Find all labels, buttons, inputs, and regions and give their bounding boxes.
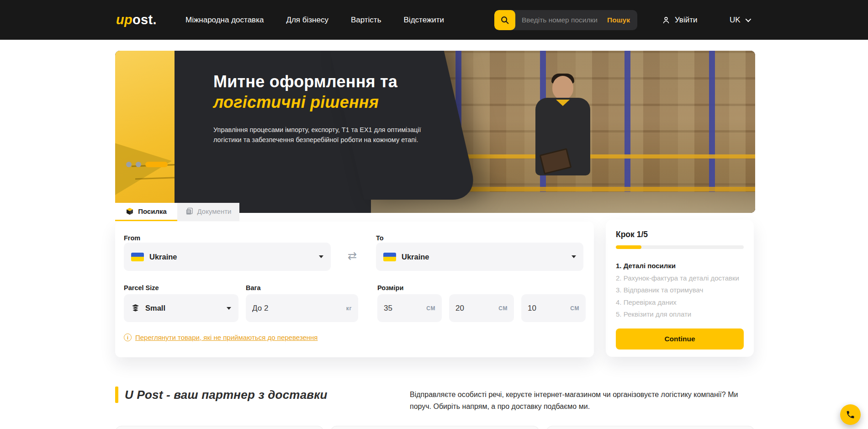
dimension-unit: СМ — [570, 305, 579, 312]
caret-down-icon — [572, 255, 576, 258]
weight-input[interactable] — [252, 304, 346, 313]
parcel-size-icon — [131, 304, 140, 312]
parcel-box-icon — [126, 207, 134, 216]
phone-chat-button[interactable] — [840, 404, 861, 425]
top-navbar: upost. Міжнародна доставка Для бізнесу В… — [0, 0, 868, 40]
to-label: To — [376, 234, 384, 242]
dimension-height-input[interactable] — [528, 304, 570, 313]
from-country-select[interactable]: Ukraine — [124, 243, 331, 271]
section-title: U Post - ваш партнер з доставки — [125, 388, 328, 402]
tab-documents[interactable]: Документи — [177, 203, 239, 221]
nav-pricing[interactable]: Вартість — [351, 16, 381, 25]
main-nav: Міжнародна доставка Для бізнесу Вартість… — [185, 0, 444, 40]
tab-parcel-label: Посилка — [138, 207, 167, 215]
info-icon: i — [124, 334, 132, 341]
tab-documents-label: Документи — [197, 207, 232, 215]
hero-title-line1: Митне оформлення та — [213, 72, 469, 92]
ukraine-flag-icon — [383, 253, 396, 261]
language-selector[interactable]: UK — [730, 0, 750, 40]
nav-for-business[interactable]: Для бізнесу — [286, 16, 328, 25]
step-1-parcel-details: 1. Деталі посилки — [616, 260, 744, 272]
step-4-data-check: 4. Перевірка даних — [616, 297, 744, 309]
dimension-length-wrap: СМ — [377, 294, 442, 322]
section-description: Відправляєте особисті речі, керуєте інте… — [410, 389, 753, 412]
tab-parcel[interactable]: Посилка — [115, 203, 177, 221]
carousel-dots — [126, 162, 168, 167]
user-icon — [662, 16, 671, 25]
shipment-type-tabs: Посилка Документи — [115, 203, 239, 221]
parcel-size-select[interactable]: Small — [124, 294, 238, 322]
tracking-number-input[interactable] — [515, 16, 605, 24]
steps-title: Крок 1/5 — [616, 230, 744, 239]
to-country-value: Ukraine — [402, 253, 429, 261]
direction-card — [546, 426, 755, 429]
logo[interactable]: upost. — [116, 0, 157, 40]
dimension-unit: СМ — [426, 305, 435, 312]
step-5-payment-details: 5. Реквізити для оплати — [616, 308, 744, 321]
weight-label: Вага — [246, 284, 261, 291]
direction-card — [330, 426, 539, 429]
hero-text-block: Митне оформлення та логістичні рішення У… — [213, 72, 469, 145]
dimension-unit: СМ — [498, 305, 508, 312]
parcel-size-label: Parcel Size — [124, 284, 159, 291]
language-value: UK — [730, 16, 741, 25]
dimensions-label: Розміри — [377, 284, 403, 291]
logo-accent: up — [116, 12, 132, 27]
restricted-items-link[interactable]: Переглянути товари, які не приймаються д… — [135, 334, 318, 341]
direction-cards-row — [115, 426, 755, 429]
heading-accent-bar — [115, 387, 118, 403]
search-submit-button[interactable]: Пошук — [605, 16, 637, 24]
progress-bar — [616, 245, 744, 249]
section-heading: U Post - ваш партнер з доставки — [115, 387, 328, 403]
hero-description: Управління процесами імпорту, експорту, … — [213, 125, 445, 145]
nav-international-shipping[interactable]: Міжнародна доставка — [185, 16, 264, 25]
caret-down-icon — [319, 255, 323, 258]
documents-icon — [185, 207, 193, 215]
parcel-size-value: Small — [145, 304, 165, 312]
dimension-width-input[interactable] — [455, 304, 498, 313]
logo-rest: ost. — [132, 12, 157, 27]
dimension-width-wrap: СМ — [449, 294, 514, 322]
nav-track[interactable]: Відстежити — [404, 16, 445, 25]
hero-banner: Митне оформлення та логістичні рішення У… — [115, 51, 755, 213]
search-icon-button[interactable] — [494, 10, 515, 30]
login-button[interactable]: Увійти — [662, 0, 697, 40]
continue-button[interactable]: Continue — [616, 328, 744, 350]
search-icon — [500, 15, 510, 25]
swap-countries-button[interactable]: ⇄ — [345, 249, 359, 263]
shipment-form-card: From Ukraine ⇄ To Ukraine Parcel Size Sm… — [115, 222, 594, 357]
weight-unit: кг — [346, 305, 352, 312]
dimension-height-wrap: СМ — [521, 294, 586, 322]
chevron-down-icon — [745, 16, 751, 22]
step-3-sender-recipient: 3. Відправник та отримувач — [616, 284, 744, 297]
carousel-dot-1[interactable] — [126, 162, 132, 167]
direction-card — [115, 426, 324, 429]
hero-title-line2: логістичні рішення — [213, 92, 469, 113]
step-2-invoice-delivery: 2. Рахунок-фактура та деталі доставки — [616, 272, 744, 285]
progress-bar-fill — [616, 245, 641, 249]
dimension-length-input[interactable] — [384, 304, 426, 313]
to-country-select[interactable]: Ukraine — [376, 243, 583, 271]
restricted-items-row: i Переглянути товари, які не приймаються… — [124, 334, 318, 341]
weight-field-wrap: кг — [246, 294, 358, 322]
carousel-dot-3-active[interactable] — [145, 162, 168, 167]
carousel-dot-2[interactable] — [136, 162, 141, 167]
from-label: From — [124, 234, 140, 242]
tracking-search-bar: Пошук — [494, 10, 637, 30]
steps-list: 1. Деталі посилки 2. Рахунок-фактура та … — [616, 260, 744, 321]
ukraine-flag-icon — [131, 253, 144, 261]
caret-down-icon — [227, 307, 231, 310]
from-country-value: Ukraine — [149, 253, 177, 261]
steps-progress-card: Крок 1/5 1. Деталі посилки 2. Рахунок-фа… — [606, 220, 754, 357]
phone-icon — [846, 410, 855, 419]
login-label: Увійти — [675, 16, 697, 25]
